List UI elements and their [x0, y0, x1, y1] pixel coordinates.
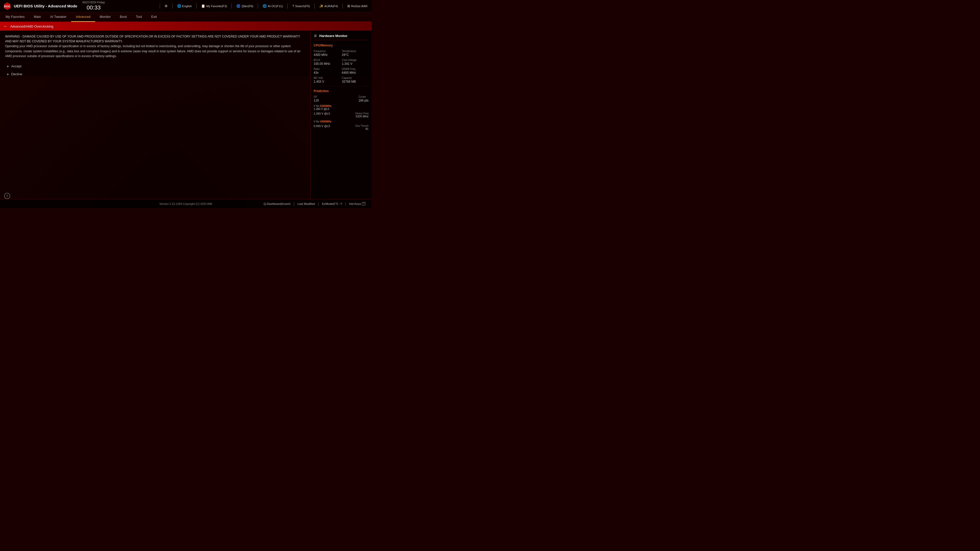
heavy-freq-item: Heavy Freq 5205 MHz [355, 112, 369, 118]
prediction-section-title: Prediction [313, 89, 369, 93]
nav-my-favorites[interactable]: My Favorites [1, 12, 29, 22]
fan-icon: 🌀 [236, 4, 240, 8]
nav-ai-tweaker[interactable]: Ai Tweaker [46, 12, 71, 22]
content-area: WARNING - DAMAGE CAUSED BY USE OF YOUR A… [0, 30, 310, 199]
nav-main[interactable]: Main [29, 12, 45, 22]
ai-oc-button[interactable]: 🌐 AI OC(F11) [262, 3, 284, 8]
ezmode-icon: ⊣ [339, 202, 342, 206]
nav-boot[interactable]: Boot [115, 12, 131, 22]
dram-freq-label: DRAM Freq. [342, 68, 369, 70]
mc-volt-item: MC Volt. 1.403 V [313, 76, 340, 83]
datetime: 09/27/2024 Friday 00:33 [83, 0, 105, 11]
core-voltage-item: Core Voltage 1.341 V [342, 59, 369, 65]
accept-option[interactable]: ▶ Accept [5, 63, 305, 70]
ezmode-button[interactable]: EzMode(F7) ⊣ [319, 202, 345, 206]
date-display: 09/27/2024 Friday [83, 0, 105, 4]
mc-volt-value: 1.403 V [313, 80, 340, 83]
bclk-value: 100.00 MHz [313, 62, 340, 65]
hw-monitor-panel: 🖥 Hardware Monitor CPU/Memory Frequency … [310, 30, 372, 199]
hotkeys-icon: ? [362, 202, 366, 205]
ratio-label: Ratio [313, 68, 340, 70]
v-for-5205-prefix: V for [313, 104, 320, 107]
header-tools: ⚙ 🌐 English 📋 My Favorite(F3) 🌀 Qfan(F6)… [160, 3, 369, 9]
divider [287, 3, 288, 9]
globe-icon: 🌐 [177, 4, 181, 8]
sp-item: SP 119 [313, 95, 319, 102]
divider [314, 3, 315, 9]
nav-monitor[interactable]: Monitor [95, 12, 115, 22]
nav-exit[interactable]: Exit [146, 12, 161, 22]
frequency-value: 4300 MHz [313, 53, 340, 57]
header-top: ROG UEFI BIOS Utility - Advanced Mode 09… [0, 0, 372, 12]
sp-cooler-row: SP 119 Cooler 166 pts [313, 95, 369, 102]
info-icon: i [4, 193, 10, 199]
decline-option[interactable]: ▶ Decline [5, 71, 305, 78]
aura-icon: ✨ [319, 4, 323, 8]
settings-button[interactable]: ⚙ [164, 3, 169, 8]
nav-advanced[interactable]: Advanced [71, 12, 95, 22]
time-display: 00:33 [83, 4, 105, 11]
resize-icon: ⊞ [347, 4, 350, 8]
capacity-label: Capacity [342, 76, 369, 79]
divider [342, 3, 343, 9]
bclk-label: BCLK [313, 59, 340, 62]
v-for-4300-desc: V for 4300MHz [313, 120, 369, 123]
back-button[interactable]: ← [3, 24, 8, 29]
main-layout: WARNING - DAMAGE CAUSED BY USE OF YOUR A… [0, 30, 372, 199]
qdashboard-button[interactable]: Q-Dashboard(Insert) [261, 202, 293, 205]
divider [196, 3, 197, 9]
capacity-value: 32768 MB [342, 80, 369, 83]
divider [160, 3, 160, 9]
dos-thresh-lbl: Dos Thresh [355, 124, 369, 127]
bclk-item: BCLK 100.00 MHz [313, 59, 340, 65]
core-voltage-label: Core Voltage [342, 59, 369, 62]
favorite-icon: 📋 [201, 4, 205, 8]
accept-arrow: ▶ [7, 65, 9, 68]
v-4300-voltage: 0.930 V @L5 [313, 124, 330, 130]
decline-arrow: ▶ [7, 73, 9, 76]
v-5205-voltage: 1.260 V @L5 [313, 112, 330, 118]
v-5205-detail: 1.260 V @L5 Heavy Freq 5205 MHz [313, 112, 369, 118]
breadcrumb-bar: ← Advanced\AMD Overclocking [0, 22, 372, 30]
temperature-value: 29°C [342, 53, 369, 57]
nav-tool[interactable]: Tool [131, 12, 147, 22]
ratio-item: Ratio 43x [313, 68, 340, 75]
sp-value: 119 [313, 99, 319, 102]
sp-label: SP [313, 95, 319, 98]
ai-icon: 🌐 [262, 4, 267, 8]
v-4300-detail: 0.930 V @L5 Dos Thresh 91 [313, 124, 369, 130]
frequency-item: Frequency 4300 MHz [313, 50, 340, 57]
heavy-freq-lbl: Heavy Freq [355, 112, 369, 115]
v-for-5205-row: V for 5205MHz 1.260 V @L5 [313, 104, 369, 110]
qfan-button[interactable]: 🌀 Qfan(F6) [235, 3, 254, 8]
hotkeys-button[interactable]: Hot Keys ? [346, 202, 369, 205]
footer: Version 2.22.1284 Copyright (C) 2024 AMI… [0, 199, 372, 208]
heavy-freq-val: 5205 MHz [355, 115, 369, 118]
my-favorite-button[interactable]: 📋 My Favorite(F3) [200, 3, 228, 8]
settings-icon: ⚙ [165, 4, 168, 8]
cooler-item: Cooler 166 pts [359, 95, 369, 102]
temperature-label: Temperature [342, 50, 369, 52]
resize-bar-button[interactable]: ⊞ ReSize BAR [346, 3, 369, 8]
last-modified-button[interactable]: Last Modified [294, 202, 318, 205]
decline-label: Decline [11, 72, 22, 76]
divider [231, 3, 232, 9]
warning-text: WARNING - DAMAGE CAUSED BY USE OF YOUR A… [5, 34, 305, 59]
separator [313, 86, 369, 86]
mc-volt-label: MC Volt. [313, 76, 340, 79]
dos-thresh-val: 91 [355, 127, 369, 130]
rog-logo: ROG [3, 2, 11, 10]
cpu-memory-section-title: CPU/Memory [313, 44, 369, 47]
aura-button[interactable]: ✨ AURA(F4) [318, 3, 339, 8]
ratio-value: 43x [313, 71, 340, 75]
svg-text:ROG: ROG [4, 5, 10, 8]
language-button[interactable]: 🌐 English [176, 3, 193, 8]
cpu-memory-grid: Frequency 4300 MHz Temperature 29°C BCLK… [313, 50, 369, 83]
core-voltage-value: 1.341 V [342, 62, 369, 65]
info-area[interactable]: i [4, 193, 10, 199]
cooler-value: 166 pts [359, 99, 369, 102]
v-for-4300-prefix: V for [313, 120, 320, 123]
frequency-label: Frequency [313, 50, 340, 52]
search-button[interactable]: ? Search(F9) [291, 3, 311, 8]
temperature-item: Temperature 29°C [342, 50, 369, 57]
